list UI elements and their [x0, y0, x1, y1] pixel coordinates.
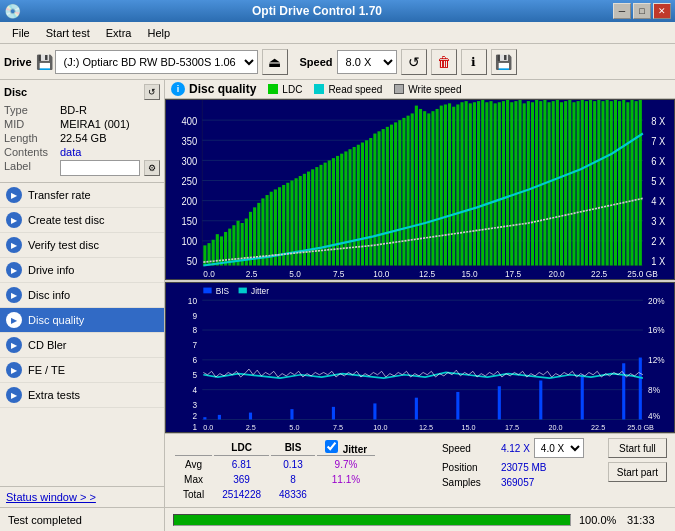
menu-extra[interactable]: Extra — [98, 25, 140, 41]
svg-text:5: 5 — [192, 370, 197, 380]
save-button[interactable]: 💾 — [491, 49, 517, 75]
chart1-svg: 400 350 300 250 200 150 100 50 8 X 7 X 6… — [166, 100, 674, 279]
disc-refresh-button[interactable]: ↺ — [144, 84, 160, 100]
svg-text:17.5: 17.5 — [505, 268, 521, 278]
minimize-button[interactable]: ─ — [613, 3, 631, 19]
elapsed-time: 31:33 — [627, 514, 667, 526]
svg-rect-127 — [622, 100, 625, 265]
svg-rect-94 — [485, 102, 488, 265]
svg-text:10.0: 10.0 — [373, 268, 389, 278]
menu-start-test[interactable]: Start test — [38, 25, 98, 41]
svg-text:250: 250 — [182, 176, 198, 187]
sidebar-item-extra-tests[interactable]: ▶ Extra tests — [0, 383, 164, 408]
progress-bar — [173, 514, 571, 526]
speed-select[interactable]: 8.0 X — [337, 50, 397, 74]
sidebar-label-drive-info: Drive info — [28, 264, 74, 276]
svg-rect-124 — [610, 101, 613, 265]
svg-rect-168 — [203, 417, 206, 419]
disc-label-settings-button[interactable]: ⚙ — [144, 160, 160, 176]
svg-rect-114 — [568, 100, 571, 265]
svg-text:2 X: 2 X — [651, 236, 665, 247]
menu-file[interactable]: File — [4, 25, 38, 41]
svg-text:9: 9 — [192, 310, 197, 320]
svg-rect-79 — [423, 111, 426, 265]
sidebar-item-fe-te[interactable]: ▶ FE / TE — [0, 358, 164, 383]
menu-bar: File Start test Extra Help — [0, 22, 675, 44]
disc-section-title: Disc — [4, 86, 27, 98]
svg-text:17.5: 17.5 — [505, 422, 519, 431]
sidebar-item-cd-bler[interactable]: ▶ CD Bler — [0, 333, 164, 358]
stats-speed-select[interactable]: 4.0 X — [534, 438, 584, 458]
svg-text:10: 10 — [188, 295, 197, 305]
content-header: i Disc quality LDC Read speed Write spee… — [165, 80, 675, 99]
sidebar-item-transfer-rate[interactable]: ▶ Transfer rate — [0, 183, 164, 208]
svg-rect-169 — [218, 415, 221, 420]
progress-percent: 100.0% — [579, 514, 619, 526]
disc-label-input[interactable] — [60, 160, 140, 176]
svg-text:12%: 12% — [648, 355, 665, 365]
svg-rect-128 — [626, 102, 629, 265]
write-speed-legend-label: Write speed — [408, 84, 461, 95]
svg-rect-119 — [589, 100, 592, 265]
close-button[interactable]: ✕ — [653, 3, 671, 19]
svg-rect-106 — [535, 100, 538, 265]
svg-rect-74 — [402, 118, 405, 266]
svg-rect-84 — [444, 104, 447, 265]
sidebar-item-create-test-disc[interactable]: ▶ Create test disc — [0, 208, 164, 233]
menu-help[interactable]: Help — [139, 25, 178, 41]
svg-rect-126 — [618, 101, 621, 265]
max-ldc: 369 — [214, 473, 269, 486]
svg-rect-118 — [585, 101, 588, 265]
svg-text:15.0: 15.0 — [461, 268, 477, 278]
disc-label-row: Label ⚙ — [4, 160, 160, 176]
sidebar-item-verify-test-disc[interactable]: ▶ Verify test disc — [0, 233, 164, 258]
svg-text:7.5: 7.5 — [333, 268, 345, 278]
eject-button[interactable]: ⏏ — [262, 49, 288, 75]
svg-text:150: 150 — [182, 216, 198, 227]
svg-text:6: 6 — [192, 355, 197, 365]
read-speed-legend: Read speed — [314, 84, 382, 95]
jitter-checkbox[interactable] — [325, 440, 338, 453]
svg-rect-42 — [270, 192, 273, 266]
svg-text:8%: 8% — [648, 385, 660, 395]
svg-text:400: 400 — [182, 115, 198, 126]
sidebar-item-disc-quality[interactable]: ▶ Disc quality — [0, 308, 164, 333]
status-window-link[interactable]: Status window > > — [0, 486, 164, 507]
erase-button[interactable]: 🗑 — [431, 49, 457, 75]
start-full-button[interactable]: Start full — [608, 438, 667, 458]
status-bar: Test completed 100.0% 31:33 — [0, 507, 675, 531]
svg-text:0.0: 0.0 — [203, 268, 215, 278]
svg-rect-109 — [548, 102, 551, 265]
chart1-container: 400 350 300 250 200 150 100 50 8 X 7 X 6… — [165, 99, 675, 280]
avg-ldc: 6.81 — [214, 458, 269, 471]
svg-text:15.0: 15.0 — [461, 422, 475, 431]
svg-rect-144 — [203, 287, 211, 293]
svg-text:1: 1 — [192, 421, 197, 431]
svg-rect-76 — [411, 113, 414, 265]
svg-text:5.0: 5.0 — [289, 422, 299, 431]
refresh-button[interactable]: ↺ — [401, 49, 427, 75]
app-icon: 💿 — [4, 3, 21, 19]
drive-select[interactable]: (J:) Optiarc BD RW BD-5300S 1.06 — [55, 50, 258, 74]
total-label: Total — [175, 488, 212, 501]
svg-rect-121 — [597, 100, 600, 265]
svg-text:25.0 GB: 25.0 GB — [627, 422, 654, 431]
charts-area: 400 350 300 250 200 150 100 50 8 X 7 X 6… — [165, 99, 675, 433]
svg-rect-173 — [373, 403, 376, 419]
stats-ldc-header: LDC — [214, 440, 269, 456]
drive-select-wrap: 💾 (J:) Optiarc BD RW BD-5300S 1.06 — [36, 50, 258, 74]
info-button[interactable]: ℹ — [461, 49, 487, 75]
sidebar-item-disc-info[interactable]: ▶ Disc info — [0, 283, 164, 308]
start-part-button[interactable]: Start part — [608, 462, 667, 482]
window-controls: ─ □ ✕ — [613, 3, 671, 19]
avg-label: Avg — [175, 458, 212, 471]
svg-text:16%: 16% — [648, 325, 665, 335]
svg-text:4: 4 — [192, 385, 197, 395]
svg-rect-100 — [510, 102, 513, 265]
svg-rect-112 — [560, 102, 563, 265]
svg-rect-116 — [577, 101, 580, 265]
write-speed-color-box — [394, 84, 404, 94]
maximize-button[interactable]: □ — [633, 3, 651, 19]
sidebar-item-drive-info[interactable]: ▶ Drive info — [0, 258, 164, 283]
svg-rect-71 — [390, 125, 393, 266]
